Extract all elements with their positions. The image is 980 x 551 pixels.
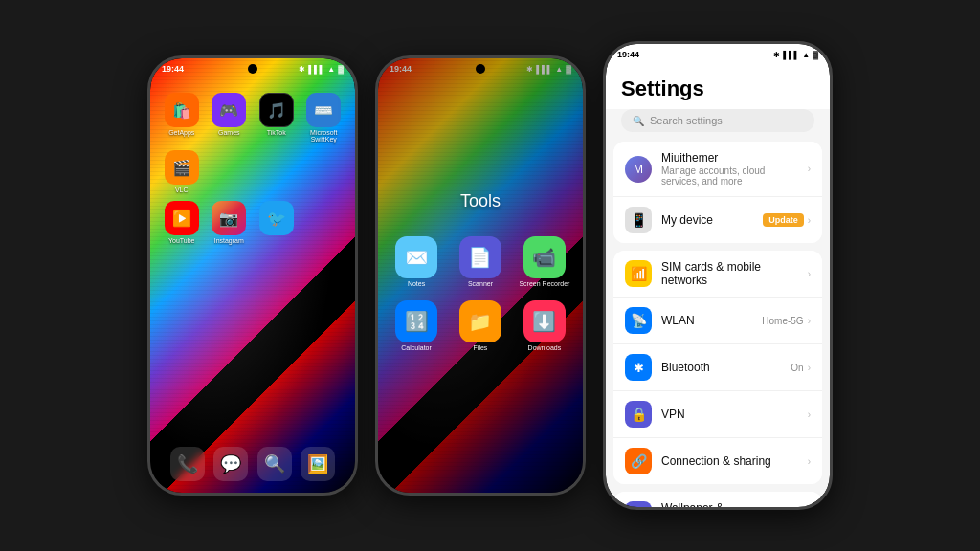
tool-screen-recorder[interactable]: 📹 Screen Recorder (519, 236, 569, 287)
settings-battery-icon: ▓ (813, 51, 818, 59)
search-icon: 🔍 (633, 116, 644, 126)
miuithemer-right: › (808, 164, 811, 174)
wifi-icon: ▲ (327, 65, 335, 74)
chevron-bluetooth: › (808, 363, 811, 373)
wlan-value: Home-5G (762, 316, 803, 326)
search-bar[interactable]: 🔍 Search settings (621, 109, 814, 132)
app-getapps[interactable]: 🛍️ GetApps (162, 93, 202, 143)
app-instagram[interactable]: 📷 Instagram (210, 201, 250, 244)
app-twitter[interactable]: 🐦 (256, 201, 297, 244)
settings-item-vpn[interactable]: 🔒 VPN › (613, 391, 822, 438)
phone-2: 19:44 ✱ ▌▌▌ ▲ ▓ Tools ✉️ Notes (375, 55, 586, 496)
settings-title: Settings (606, 65, 830, 109)
app-swiftkey[interactable]: ⌨️ Microsoft SwiftKey (304, 93, 345, 143)
settings-item-wallpaper[interactable]: 🖼️ Wallpaper & personalization › (613, 492, 822, 507)
wallpaper-2: 19:44 ✱ ▌▌▌ ▲ ▓ Tools ✉️ Notes (378, 58, 583, 493)
settings-time: 19:44 (617, 50, 639, 59)
dock-search[interactable]: 🔍 (257, 447, 292, 481)
wallpaper-1: 19:44 ✱ ▌▌▌ ▲ ▓ 🛍️ GetApps 🎮 Games (150, 58, 355, 493)
camera-notch-1 (248, 64, 257, 74)
tool-downloads[interactable]: ⬇️ Downloads (519, 300, 569, 351)
miuithemer-subtitle: Manage accounts, cloud services, and mor… (661, 165, 798, 187)
miuithemer-content: Miuithemer Manage accounts, cloud servic… (661, 151, 798, 187)
bluetooth-value: On (791, 363, 803, 373)
settings-item-miuithemer[interactable]: M Miuithemer Manage accounts, cloud serv… (613, 142, 822, 197)
tool-notes[interactable]: ✉️ Notes (391, 236, 442, 287)
vpn-right: › (808, 409, 811, 420)
wlan-content: WLAN (661, 314, 752, 327)
sim-right: › (808, 269, 811, 279)
app-empty-1 (210, 150, 250, 193)
settings-item-bluetooth[interactable]: ✱ Bluetooth On › (613, 344, 822, 391)
dock-gallery[interactable]: 🖼️ (301, 447, 335, 481)
app-empty-3 (304, 150, 345, 193)
bottom-dock-1: 📞 💬 🔍 🖼️ (166, 447, 340, 481)
app-vlc[interactable]: 🎬 VLC (162, 150, 202, 193)
wallpaper-title: Wallpaper & personalization (661, 501, 798, 507)
dock-phone[interactable]: 📞 (170, 447, 205, 481)
tool-files[interactable]: 📁 Files (456, 300, 506, 351)
app-empty-4 (304, 201, 345, 244)
update-badge: Update (763, 213, 804, 227)
settings-section-display: 🖼️ Wallpaper & personalization › 🔓 Alway… (613, 492, 822, 507)
connection-icon: 🔗 (625, 448, 652, 474)
app-tiktok[interactable]: 🎵 TikTok (256, 93, 297, 143)
mydevice-content: My device (661, 213, 753, 227)
settings-status-icons: ✱ ▌▌▌ ▲ ▓ (773, 51, 818, 59)
settings-screen: 19:44 ✱ ▌▌▌ ▲ ▓ Settings 🔍 Search settin… (606, 44, 830, 507)
app-grid-1: 🛍️ GetApps 🎮 Games 🎵 TikTok ⌨️ Microsoft… (150, 85, 355, 252)
status-icons-1: ✱ ▌▌▌ ▲ ▓ (299, 65, 344, 74)
sim-content: SIM cards & mobile networks (661, 260, 798, 287)
phone-1: 19:44 ✱ ▌▌▌ ▲ ▓ 🛍️ GetApps 🎮 Games (147, 55, 358, 496)
bluetooth-content: Bluetooth (661, 361, 781, 374)
chevron-connection: › (808, 456, 811, 467)
wlan-icon: 📡 (625, 307, 652, 334)
sim-title: SIM cards & mobile networks (661, 260, 798, 287)
bluetooth-icon: ✱ (299, 65, 305, 74)
settings-status-bar: 19:44 ✱ ▌▌▌ ▲ ▓ (606, 44, 830, 65)
app-games[interactable]: 🎮 Games (210, 93, 250, 143)
tools-overlay: Tools ✉️ Notes 📄 Scanner 📹 Screen Record… (378, 58, 583, 493)
settings-item-wlan[interactable]: 📡 WLAN Home-5G › (613, 298, 822, 344)
settings-section-network: 📶 SIM cards & mobile networks › 📡 WLAN H… (613, 251, 822, 484)
vpn-icon: 🔒 (625, 401, 652, 428)
camera-notch-2 (476, 64, 485, 74)
wlan-right: Home-5G › (762, 316, 811, 326)
connection-right: › (808, 456, 811, 467)
vpn-content: VPN (661, 408, 798, 421)
tools-title: Tools (460, 191, 501, 211)
battery-icon: ▓ (338, 65, 344, 74)
settings-section-account: M Miuithemer Manage accounts, cloud serv… (613, 142, 822, 243)
chevron-vpn: › (808, 409, 811, 420)
bluetooth-title: Bluetooth (661, 361, 781, 374)
connection-content: Connection & sharing (661, 454, 798, 468)
settings-item-sim[interactable]: 📶 SIM cards & mobile networks › (613, 251, 822, 298)
phone-3: 19:44 ✱ ▌▌▌ ▲ ▓ Settings 🔍 Search settin… (603, 41, 833, 510)
wallpaper-content: Wallpaper & personalization (661, 501, 798, 507)
settings-signal-icon: ▌▌▌ (783, 51, 799, 59)
chevron-wlan: › (808, 316, 811, 326)
vpn-title: VPN (661, 408, 798, 421)
signal-icon: ▌▌▌ (308, 65, 324, 74)
mydevice-icon: 📱 (625, 207, 652, 233)
tool-scanner[interactable]: 📄 Scanner (456, 236, 506, 287)
bluetooth-right: On › (791, 363, 811, 373)
search-placeholder-text: Search settings (650, 115, 723, 126)
sim-icon: 📶 (625, 260, 652, 287)
dock-messages[interactable]: 💬 (213, 447, 248, 481)
avatar-miuithemer: M (625, 156, 652, 183)
settings-item-mydevice[interactable]: 📱 My device Update › (613, 197, 822, 243)
app-youtube[interactable]: ▶️ YouTube (162, 201, 202, 244)
tools-grid: ✉️ Notes 📄 Scanner 📹 Screen Recorder 🔢 C… (382, 227, 580, 361)
tool-calculator[interactable]: 🔢 Calculator (391, 300, 442, 351)
chevron-miuithemer: › (808, 164, 811, 174)
mydevice-title: My device (661, 213, 753, 227)
chevron-sim: › (808, 269, 811, 279)
settings-bt-icon: ✱ (773, 51, 780, 59)
settings-item-connection-sharing[interactable]: 🔗 Connection & sharing › (613, 438, 822, 484)
time-1: 19:44 (162, 64, 184, 74)
bluetooth-icon-settings: ✱ (625, 354, 652, 381)
miuithemer-title: Miuithemer (661, 151, 798, 165)
mydevice-right: Update › (763, 213, 811, 227)
settings-wifi-icon: ▲ (802, 51, 810, 59)
